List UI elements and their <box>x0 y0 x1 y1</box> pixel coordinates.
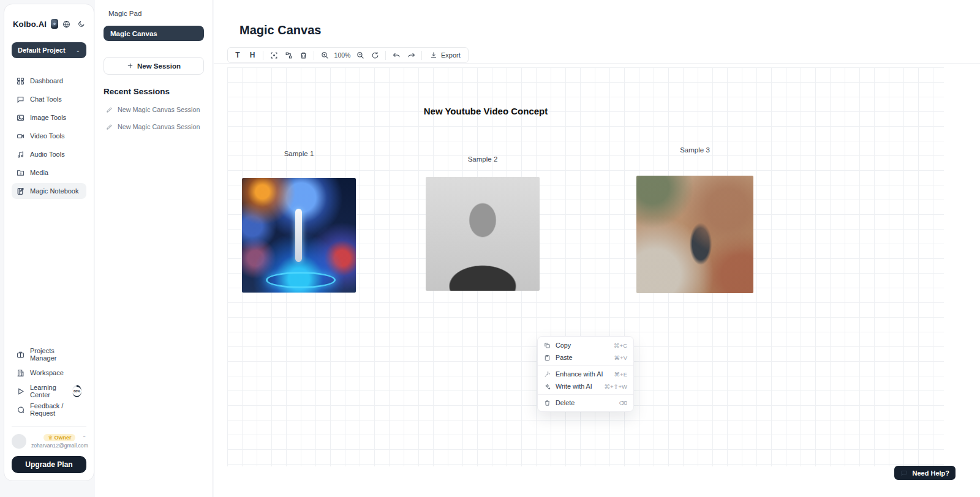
pencil-icon <box>106 124 113 130</box>
recent-sessions-heading: Recent Sessions <box>104 87 204 96</box>
context-menu: Copy ⌘+C Paste ⌘+V Enhance with AI ⌘+E W… <box>537 336 634 412</box>
logo-row: Kolbo.AI <box>13 19 85 29</box>
sidebar-item-dashboard[interactable]: Dashboard <box>12 73 86 89</box>
dashboard-icon <box>17 77 24 85</box>
sample-2-label[interactable]: Sample 2 <box>426 155 540 163</box>
dark-mode-moon-icon[interactable] <box>78 20 85 28</box>
chat-bubble-icon <box>17 95 24 103</box>
feedback-chat-icon <box>17 406 24 414</box>
context-menu-divider <box>538 394 633 395</box>
sidebar-item-chat-tools[interactable]: Chat Tools <box>12 91 86 107</box>
new-session-button[interactable]: New Session <box>104 57 204 75</box>
context-menu-copy[interactable]: Copy ⌘+C <box>538 339 633 351</box>
project-selector[interactable]: Default Project ⌄ <box>12 42 86 58</box>
avatar <box>12 434 26 449</box>
canvas-sample-3: Sample 3 <box>636 176 753 293</box>
text-tool-button[interactable]: T <box>230 48 245 62</box>
learning-progress-badge: 66% <box>72 385 81 397</box>
sidebar-item-image-tools[interactable]: Image Tools <box>12 110 86 125</box>
undo-button[interactable] <box>389 48 404 62</box>
canvas-sample-1: Sample 1 <box>242 178 356 293</box>
heading-tool-button[interactable]: H <box>245 48 260 62</box>
sidebar-spacer <box>12 199 86 332</box>
crown-icon: ♛ <box>48 435 53 441</box>
sample-1-image[interactable] <box>242 178 356 293</box>
header-divider <box>214 63 980 64</box>
delete-tool-button[interactable] <box>296 48 311 62</box>
zoom-in-button[interactable] <box>317 48 332 62</box>
context-menu-enhance-with-ai[interactable]: Enhance with AI ⌘+E <box>538 368 633 380</box>
connector-tool-button[interactable] <box>281 48 296 62</box>
sparkles-icon <box>544 383 551 390</box>
sample-2-image[interactable] <box>426 177 540 291</box>
app-window: Kolbo.AI Default Project ⌄ Dashboard Cha… <box>0 0 980 497</box>
sidebar-item-learning-center[interactable]: Learning Center 66% <box>12 383 86 399</box>
sidebar-nav: Dashboard Chat Tools Image Tools Video T… <box>12 73 86 199</box>
upgrade-plan-button[interactable]: Upgrade Plan <box>12 456 86 473</box>
image-icon <box>17 114 24 122</box>
chevron-down-icon: ⌄ <box>75 47 80 53</box>
sidebar: Kolbo.AI Default Project ⌄ Dashboard Cha… <box>4 4 94 481</box>
media-folder-icon <box>17 169 24 177</box>
toolbar-divider <box>263 51 263 60</box>
download-icon <box>430 51 437 59</box>
sidebar-item-workspace[interactable]: Workspace <box>12 365 86 381</box>
page-title: Magic Canvas <box>239 23 321 37</box>
export-button[interactable]: Export <box>425 48 466 62</box>
sidebar-item-magic-notebook[interactable]: Magic Notebook <box>12 183 86 199</box>
notebook-pen-icon <box>17 187 24 195</box>
briefcase-icon <box>17 351 24 359</box>
reset-view-button[interactable] <box>368 48 382 62</box>
user-email: zoharvan12@gmail.com <box>31 443 88 449</box>
toolbar-divider <box>385 51 386 60</box>
tab-magic-pad[interactable]: Magic Pad <box>104 7 204 20</box>
sample-1-label[interactable]: Sample 1 <box>242 150 356 157</box>
globe-icon[interactable] <box>62 20 70 28</box>
plus-icon <box>127 62 134 69</box>
zoom-level[interactable]: 100% <box>332 48 353 62</box>
help-chat-icon <box>900 469 908 477</box>
play-icon <box>17 387 24 395</box>
sidebar-footer-nav: Projects Manager Workspace Learning Cent… <box>12 346 86 417</box>
user-account-row[interactable]: ♛Owner zoharvan12@gmail.com ⌃ <box>12 426 86 449</box>
sample-3-label[interactable]: Sample 3 <box>636 146 753 154</box>
canvas-text-heading[interactable]: New Youtube Video Concept <box>382 106 590 116</box>
sidebar-item-media[interactable]: Media <box>12 165 86 181</box>
tab-magic-canvas[interactable]: Magic Canvas <box>104 26 204 41</box>
redo-button[interactable] <box>404 48 418 62</box>
session-list-item[interactable]: New Magic Canvas Session <box>104 106 204 113</box>
sidebar-item-projects-manager[interactable]: Projects Manager <box>12 346 86 362</box>
main-content: Magic Canvas T H 100% Export New Youtub <box>214 0 980 497</box>
pencil-icon <box>106 106 113 113</box>
app-logo: Kolbo.AI <box>13 20 47 29</box>
owner-badge: ♛Owner <box>43 434 75 441</box>
building-icon <box>17 369 24 377</box>
context-menu-delete[interactable]: Delete ⌫ <box>538 397 633 409</box>
need-help-button[interactable]: Need Help? <box>894 466 956 480</box>
expand-chevron-icon: ⌃ <box>82 435 86 441</box>
canvas-sample-2: Sample 2 <box>426 177 540 291</box>
sidebar-item-video-tools[interactable]: Video Tools <box>12 128 86 144</box>
copy-icon <box>544 342 551 349</box>
music-note-icon <box>17 151 24 159</box>
ai-select-tool-button[interactable] <box>266 48 281 62</box>
sidebar-item-feedback-request[interactable]: Feedback / Request <box>12 402 86 417</box>
session-panel: Magic Pad Magic Canvas New Session Recen… <box>95 0 213 497</box>
context-menu-write-with-ai[interactable]: Write with AI ⌘+⇧+W <box>538 380 633 392</box>
context-menu-paste[interactable]: Paste ⌘+V <box>538 351 633 364</box>
magic-wand-icon <box>544 371 551 378</box>
brain-logo-icon <box>51 19 58 29</box>
sample-3-image[interactable] <box>636 176 753 293</box>
context-menu-divider <box>538 365 633 366</box>
sidebar-item-audio-tools[interactable]: Audio Tools <box>12 146 86 162</box>
toolbar-divider <box>314 51 314 60</box>
trash-icon <box>544 400 551 406</box>
zoom-out-button[interactable] <box>353 48 368 62</box>
canvas-toolbar: T H 100% Export <box>227 47 469 63</box>
toolbar-divider <box>421 51 422 60</box>
paste-icon <box>544 354 551 361</box>
session-list-item[interactable]: New Magic Canvas Session <box>104 123 204 130</box>
video-camera-icon <box>17 132 24 140</box>
